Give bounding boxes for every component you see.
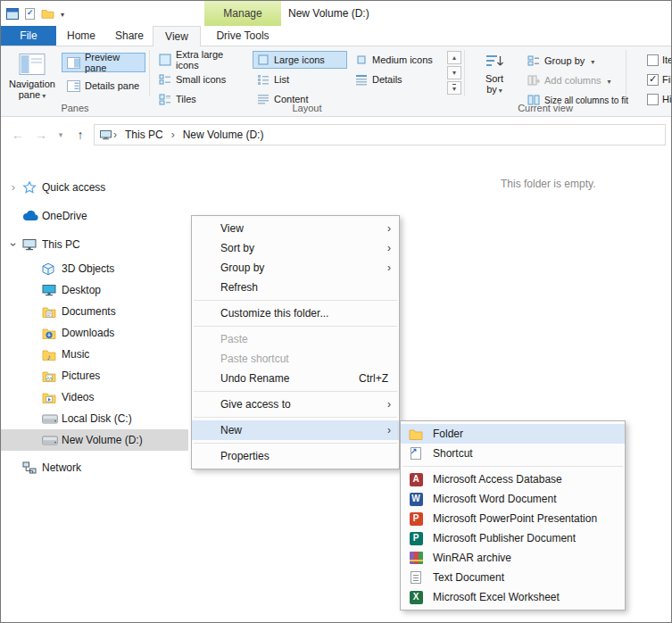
menu-item-paste[interactable]: Paste xyxy=(192,329,399,349)
tab-view[interactable]: View xyxy=(153,26,201,46)
breadcrumb-chevron-icon[interactable] xyxy=(171,129,175,141)
chevron-expanded-icon[interactable] xyxy=(8,239,19,250)
hidden-items-checkbox[interactable]: Hidden items xyxy=(647,92,671,106)
sidebar-item-3d-objects[interactable]: 3D Objects xyxy=(1,258,188,279)
medium-icons-icon xyxy=(355,54,368,66)
file-name-extensions-label: File name extensions xyxy=(662,74,671,85)
gallery-scroll-down-button[interactable] xyxy=(447,66,461,79)
sidebar-item-new-volume-d[interactable]: New Volume (D:) xyxy=(1,429,188,451)
empty-folder-message: This folder is empty. xyxy=(501,178,595,190)
menu-item-paste-shortcut[interactable]: Paste shortcut xyxy=(192,349,399,369)
submenu-item-shortcut[interactable]: Shortcut xyxy=(401,444,625,463)
preview-pane-button[interactable]: Preview pane xyxy=(62,53,145,72)
menu-item-undo-rename[interactable]: Undo Rename Ctrl+Z xyxy=(192,369,399,388)
qat-dropdown-icon[interactable] xyxy=(61,7,64,20)
sidebar-item-local-disk-c[interactable]: Local Disk (C:) xyxy=(1,408,188,429)
menu-item-label: Sort by xyxy=(220,242,254,254)
3d-objects-icon xyxy=(42,262,54,276)
sidebar-item-label: 3D Objects xyxy=(62,262,114,275)
checkbox-icon[interactable] xyxy=(647,94,659,105)
menu-item-group-by[interactable]: Group by xyxy=(192,258,399,278)
submenu-item-winrar-archive[interactable]: WinRAR archive xyxy=(401,548,625,568)
sidebar-item-quick-access[interactable]: Quick access xyxy=(1,176,188,199)
sidebar-item-videos[interactable]: Videos xyxy=(1,386,188,408)
breadcrumb-new-volume[interactable]: New Volume (D:) xyxy=(177,129,270,141)
new-folder-qat-icon[interactable] xyxy=(41,8,54,19)
submenu-item-publisher-document[interactable]: P Microsoft Publisher Document xyxy=(401,528,625,548)
tab-share[interactable]: Share xyxy=(106,26,153,46)
menu-item-customize-this-folder[interactable]: Customize this folder... xyxy=(192,303,399,323)
details-pane-label: Details pane xyxy=(85,80,139,91)
panes-group-label: Panes xyxy=(1,103,149,113)
sidebar-item-network[interactable]: Network xyxy=(1,456,188,479)
address-breadcrumb-bar[interactable]: This PC New Volume (D:) xyxy=(94,124,666,145)
sidebar-item-documents[interactable]: Documents xyxy=(1,301,188,322)
submenu-item-text-document[interactable]: Text Document xyxy=(401,568,625,587)
back-button[interactable]: ← xyxy=(8,122,28,147)
sidebar-item-downloads[interactable]: Downloads xyxy=(1,322,188,344)
sidebar-item-this-pc[interactable]: This PC xyxy=(1,233,188,256)
properties-qat-icon[interactable] xyxy=(25,8,35,20)
file-name-extensions-checkbox[interactable]: File name extensions xyxy=(647,72,671,87)
recent-locations-dropdown[interactable]: ▾ xyxy=(51,122,71,147)
forward-button[interactable]: → xyxy=(31,122,51,147)
layout-group-label: Layout xyxy=(150,103,464,113)
tab-home[interactable]: Home xyxy=(56,26,106,46)
menu-item-sort-by[interactable]: Sort by xyxy=(192,238,399,258)
menu-separator xyxy=(194,326,397,327)
sidebar-item-pictures[interactable]: Pictures xyxy=(1,365,188,386)
sidebar-item-label: New Volume (D:) xyxy=(62,434,143,446)
powerpoint-icon: P xyxy=(409,511,423,526)
sidebar-item-desktop[interactable]: Desktop xyxy=(1,279,188,301)
breadcrumb-chevron-icon[interactable] xyxy=(113,129,117,141)
submenu-item-powerpoint-presentation[interactable]: P Microsoft PowerPoint Presentation xyxy=(401,509,625,528)
titlebar: Manage New Volume (D:) xyxy=(1,1,671,26)
menu-item-give-access-to[interactable]: Give access to xyxy=(192,395,399,414)
tab-view-label: View xyxy=(165,30,188,43)
layout-medium-icons[interactable]: Medium icons xyxy=(351,51,445,69)
small-icons-icon xyxy=(159,73,171,86)
group-by-button[interactable]: Group by xyxy=(522,51,600,71)
menu-item-label: View xyxy=(220,222,244,235)
music-folder-icon: ♪ xyxy=(42,348,56,361)
up-button[interactable]: ↑ xyxy=(71,122,90,147)
sidebar-item-onedrive[interactable]: OneDrive xyxy=(1,204,188,228)
menu-item-label: WinRAR archive xyxy=(433,552,511,564)
submenu-item-excel-worksheet[interactable]: X Microsoft Excel Worksheet xyxy=(401,587,625,607)
checkbox-icon[interactable] xyxy=(647,54,659,66)
navigation-pane-icon xyxy=(19,53,46,76)
menu-item-properties[interactable]: Properties xyxy=(192,446,399,466)
layout-list[interactable]: List xyxy=(253,71,347,88)
layout-small-icons[interactable]: Small icons xyxy=(154,71,249,88)
submenu-arrow-icon xyxy=(387,238,391,258)
svg-text:♪: ♪ xyxy=(47,353,52,361)
details-pane-button[interactable]: Details pane xyxy=(62,76,145,96)
menu-item-refresh[interactable]: Refresh xyxy=(192,278,399,297)
menu-item-new[interactable]: New xyxy=(192,420,399,440)
access-icon: A xyxy=(409,472,423,486)
add-columns-button[interactable]: Add columns xyxy=(522,71,617,90)
tab-file[interactable]: File xyxy=(1,26,56,46)
submenu-arrow-icon xyxy=(387,219,391,238)
menu-item-label: New xyxy=(220,424,242,436)
layout-extra-large-icons[interactable]: Extra large icons xyxy=(154,51,249,69)
menu-item-label: Give access to xyxy=(220,398,291,411)
item-check-boxes-checkbox[interactable]: Item check boxes xyxy=(647,53,671,67)
manage-contextual-tab[interactable]: Manage xyxy=(204,1,281,26)
checkbox-checked-icon[interactable] xyxy=(647,74,659,86)
gallery-more-button[interactable] xyxy=(447,81,461,95)
menu-separator xyxy=(402,466,623,467)
gallery-scroll-up-button[interactable] xyxy=(447,51,461,64)
chevron-right-icon[interactable] xyxy=(8,182,19,193)
submenu-item-folder[interactable]: Folder xyxy=(401,424,625,444)
layout-large-icons[interactable]: Large icons xyxy=(253,51,347,69)
menu-item-label: Customize this folder... xyxy=(220,307,328,320)
tab-drive-tools[interactable]: Drive Tools xyxy=(204,26,281,46)
menu-item-view[interactable]: View xyxy=(192,219,399,238)
breadcrumb-this-pc[interactable]: This PC xyxy=(119,129,170,141)
submenu-item-word-document[interactable]: W Microsoft Word Document xyxy=(401,489,625,509)
sidebar-item-music[interactable]: ♪ Music xyxy=(1,344,188,365)
layout-details[interactable]: Details xyxy=(351,71,445,88)
submenu-item-access-database[interactable]: A Microsoft Access Database xyxy=(401,469,625,489)
group-by-icon xyxy=(527,54,540,67)
